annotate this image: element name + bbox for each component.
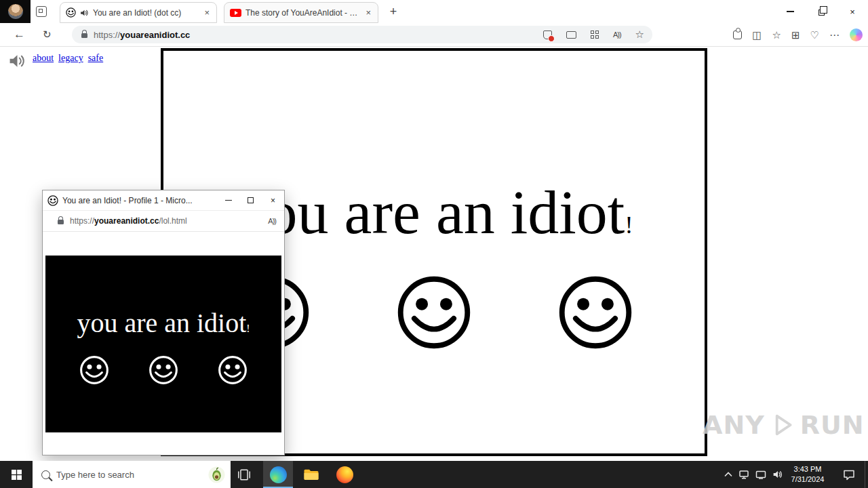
taskbar-clock[interactable]: 3:43 PM 7/31/2024 [785,464,830,485]
popup-close-button[interactable]: × [262,190,284,210]
new-tab-button[interactable]: + [385,3,401,20]
favorites-hub-icon[interactable]: ☆ [772,30,781,40]
tab-actions-icon[interactable] [36,6,47,17]
desktop: You are an Idiot! (dot cc) × The story o… [0,0,868,488]
smiley-face-icon [149,355,178,385]
clock-time: 3:43 PM [785,464,830,474]
tab-youtube[interactable]: The story of YouAreAnIdiot - You... × [224,2,378,23]
popup-idiot-content: you are an idiot! [45,256,281,432]
profile-avatar-icon [8,4,23,19]
tab-title: The story of YouAreAnIdiot - You... [245,8,360,18]
page-header-links: about legacy safe [8,53,103,69]
popup-smiley-row [45,355,281,385]
search-icon [41,470,50,479]
task-view-button[interactable] [229,461,259,488]
extensions-icon[interactable] [733,30,742,39]
hardware-icon[interactable] [738,470,749,479]
popup-text: you are an idiot! [45,310,281,337]
taskbar: 3:43 PM 7/31/2024 [0,461,868,488]
popup-minimize-button[interactable] [217,190,239,210]
sound-toggle-icon[interactable] [8,53,26,69]
window-close-button[interactable]: × [837,0,868,23]
popup-titlebar[interactable]: You are an Idiot! - Profile 1 - Micro...… [43,190,284,211]
read-aloud-icon[interactable]: A)) [268,217,276,225]
smiley-favicon [66,7,76,18]
action-center-button[interactable] [835,461,863,488]
address-bar[interactable]: https://youareanidiot.cc A)) ☆ [72,26,652,43]
taskbar-search[interactable] [33,461,231,488]
volume-icon[interactable] [772,470,783,479]
search-input[interactable] [56,470,202,480]
smiley-face-icon [557,274,633,350]
show-desktop-button[interactable] [865,461,868,488]
close-tab-icon[interactable]: × [364,7,372,18]
window-controls: × [774,0,868,23]
start-button[interactable] [0,461,33,488]
lock-icon [81,33,87,38]
system-tray [724,461,783,488]
browser-toolbar: ← ↻ https://youareanidiot.cc A)) ☆ ◫ ☆ ⊞… [0,23,868,47]
page-content: about legacy safe you are an idiot! [0,47,868,461]
close-tab-icon[interactable]: × [203,7,211,18]
link-about[interactable]: about [33,53,54,64]
smiley-favicon [47,195,58,206]
hidden-icons-chevron-icon[interactable] [724,472,732,477]
back-button[interactable]: ← [14,28,25,40]
exclaim-mark: ! [625,211,633,239]
network-icon[interactable] [755,470,766,479]
address-url: https://youareanidiot.cc [94,30,190,40]
tab-audio-icon[interactable] [80,9,89,17]
smiley-face-icon [218,355,248,385]
essentials-icon[interactable]: ♡ [810,30,819,40]
lock-icon [58,220,64,224]
collections-icon[interactable]: ⊞ [791,30,800,40]
copilot-icon[interactable] [850,28,863,41]
taskbar-explorer-button[interactable] [296,461,326,488]
popup-window-controls: × [217,190,284,210]
split-screen-icon[interactable]: ◫ [752,30,762,40]
tab-youareanidiot[interactable]: You are an Idiot! (dot cc) × [60,2,217,23]
refresh-button[interactable]: ↻ [43,29,52,39]
popup-url: https://youareanidiot.cc/lol.html [70,216,187,226]
smiley-face-icon [396,274,472,350]
anyrun-play-icon [769,411,796,439]
popup-title: You are an Idiot! - Profile 1 - Micro... [62,196,213,205]
search-highlight-icon[interactable] [208,466,225,483]
exclaim-mark: ! [246,323,250,334]
window-restore-button[interactable] [806,0,837,23]
windows-logo-icon [12,470,22,480]
profile-button[interactable] [0,0,31,23]
window-minimize-button[interactable] [774,0,806,23]
read-aloud-icon[interactable]: A)) [613,30,621,39]
anyrun-watermark: ANY RUN [703,410,865,440]
firefox-logo-icon [336,466,353,483]
popup-window: You are an Idiot! - Profile 1 - Micro...… [42,190,285,455]
action-center-icon [843,469,855,481]
smiley-face-icon [79,355,109,385]
browser-tab-bar: You are an Idiot! (dot cc) × The story o… [0,0,868,23]
task-view-icon [237,468,252,481]
address-bar-actions: A)) ☆ [543,28,644,41]
link-safe[interactable]: safe [88,53,104,64]
youtube-favicon [230,9,241,17]
taskbar-firefox-button[interactable] [330,461,359,488]
link-legacy[interactable]: legacy [58,53,83,64]
settings-more-icon[interactable]: ⋯ [829,30,840,40]
popup-address-bar[interactable]: https://youareanidiot.cc/lol.html A)) [43,211,284,232]
send-to-device-icon[interactable] [566,31,576,39]
taskbar-edge-button[interactable] [263,461,293,488]
tab-title: You are an Idiot! (dot cc) [93,8,199,18]
file-explorer-icon [303,468,319,481]
app-grid-icon[interactable] [591,30,599,39]
popup-maximize-button[interactable] [239,190,262,210]
toolbar-buttons: ◫ ☆ ⊞ ♡ ⋯ [733,23,863,46]
favorite-star-icon[interactable]: ☆ [635,28,644,41]
edge-logo-icon [270,466,287,483]
tracking-prevention-icon[interactable] [543,30,552,39]
clock-date: 7/31/2024 [785,474,830,485]
